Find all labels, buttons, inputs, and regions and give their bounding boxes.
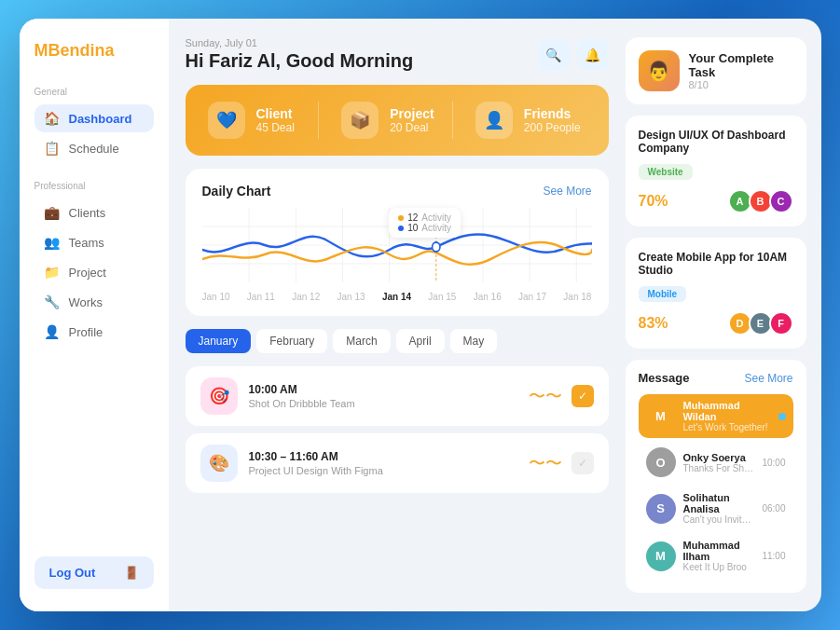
logout-button[interactable]: Log Out 🚪 bbox=[34, 556, 154, 589]
project-value: 20 Deal bbox=[390, 121, 434, 134]
sidebar: MBendina General 🏠 Dashboard 📋 Schedule … bbox=[20, 19, 169, 611]
schedule-icon-figma: 🎨 bbox=[200, 445, 238, 482]
schedule-actions-1: 〜〜 ✓ bbox=[529, 452, 594, 474]
task-progress-row-1: 83% D E F bbox=[639, 311, 793, 336]
sidebar-item-project-label: Project bbox=[69, 266, 106, 280]
works-icon: 🔧 bbox=[44, 294, 60, 309]
client-value: 45 Deal bbox=[256, 121, 295, 134]
logout-label: Log Out bbox=[49, 566, 96, 580]
task-header-card: 👨 Your Complete Task 8/10 bbox=[626, 37, 806, 104]
month-tabs: January February March April May bbox=[186, 329, 609, 353]
task-tag-0: Website bbox=[639, 164, 693, 180]
clients-icon: 💼 bbox=[44, 205, 60, 220]
project-icon: 📁 bbox=[44, 265, 60, 280]
chart-label-8: Jan 18 bbox=[563, 292, 591, 302]
tooltip-activity1-label: Activity bbox=[421, 212, 451, 223]
stat-friends: 👤 Friends 200 People bbox=[452, 102, 586, 139]
msg-time-3: 11:00 bbox=[762, 551, 785, 561]
sidebar-item-teams[interactable]: 👥 Teams bbox=[34, 228, 154, 256]
msg-name-3: Muhammad Ilham bbox=[683, 540, 755, 562]
month-tab-march[interactable]: March bbox=[333, 329, 390, 353]
chart-label-0: Jan 10 bbox=[202, 292, 230, 302]
msg-preview-0: Let's Work Together! bbox=[683, 422, 771, 432]
sidebar-item-clients[interactable]: 💼 Clients bbox=[34, 199, 154, 226]
check-button-0[interactable]: ✓ bbox=[571, 385, 594, 407]
header-greeting: Hi Fariz Al, Good Morning bbox=[186, 50, 414, 72]
sidebar-item-dashboard[interactable]: 🏠 Dashboard bbox=[34, 104, 154, 132]
msg-name-0: Muhammad Wildan bbox=[683, 400, 771, 422]
month-tab-february[interactable]: February bbox=[256, 329, 327, 353]
chart-see-more[interactable]: See More bbox=[543, 185, 591, 198]
chart-labels: Jan 10 Jan 11 Jan 12 Jan 13 Jan 14 Jan 1… bbox=[202, 292, 592, 302]
chart-label-4: Jan 14 bbox=[382, 292, 411, 302]
chart-label-1: Jan 11 bbox=[247, 292, 275, 302]
msg-avatar-0: M bbox=[646, 402, 676, 431]
main-content: Sunday, July 01 Hi Fariz Al, Good Mornin… bbox=[169, 19, 626, 611]
task-progress-row-0: 70% A B C bbox=[639, 189, 793, 213]
notification-button[interactable]: 🔔 bbox=[577, 39, 609, 71]
sidebar-item-profile-label: Profile bbox=[69, 325, 103, 339]
msg-info-2: Solihatun Analisa Can't you Invite on fi… bbox=[683, 492, 755, 525]
schedule-info-1: 10:30 – 11:60 AM Project UI Design With … bbox=[249, 450, 517, 476]
month-tab-may[interactable]: May bbox=[450, 329, 498, 353]
stat-client: 💙 Client 45 Deal bbox=[208, 102, 319, 139]
sidebar-item-dashboard-label: Dashboard bbox=[69, 112, 132, 126]
msg-preview-3: Keet It Up Broo bbox=[683, 562, 755, 572]
profile-icon: 👤 bbox=[44, 324, 60, 339]
msg-info-0: Muhammad Wildan Let's Work Together! bbox=[683, 400, 771, 432]
stats-banner: 💙 Client 45 Deal 📦 Project 20 Deal 👤 Fri… bbox=[186, 85, 609, 156]
general-section-label: General bbox=[34, 87, 154, 97]
check-button-1[interactable]: ✓ bbox=[571, 452, 594, 474]
msg-name-1: Onky Soerya bbox=[683, 452, 755, 463]
search-icon: 🔍 bbox=[545, 48, 561, 62]
task-header-info: Your Complete Task 8/10 bbox=[689, 51, 793, 90]
search-button[interactable]: 🔍 bbox=[538, 39, 570, 71]
month-tab-january[interactable]: January bbox=[186, 329, 252, 353]
task-tag-1: Mobile bbox=[639, 286, 687, 302]
message-item-1[interactable]: O Onky Soerya Thanks For Sharing 10:00 bbox=[639, 442, 793, 483]
msg-avatar-1: O bbox=[646, 447, 676, 477]
sidebar-item-works[interactable]: 🔧 Works bbox=[34, 288, 154, 316]
message-item-2[interactable]: S Solihatun Analisa Can't you Invite on … bbox=[639, 486, 793, 530]
user-avatar: 👨 bbox=[639, 50, 680, 91]
bell-icon: 🔔 bbox=[585, 48, 600, 62]
home-icon: 🏠 bbox=[44, 111, 60, 126]
sidebar-item-schedule-label: Schedule bbox=[69, 142, 119, 156]
msg-info-1: Onky Soerya Thanks For Sharing bbox=[683, 452, 755, 473]
project-label: Project bbox=[390, 106, 434, 121]
sidebar-item-schedule[interactable]: 📋 Schedule bbox=[34, 134, 154, 162]
logout-icon: 🚪 bbox=[124, 566, 139, 580]
sidebar-item-clients-label: Clients bbox=[69, 206, 106, 220]
message-item-3[interactable]: M Muhammad Ilham Keet It Up Broo 11:00 bbox=[639, 534, 793, 578]
schedule-actions-0: 〜〜 ✓ bbox=[529, 385, 594, 407]
message-see-more[interactable]: See More bbox=[744, 372, 792, 385]
chart-label-5: Jan 15 bbox=[428, 292, 456, 302]
msg-avatar-3: M bbox=[646, 541, 676, 571]
month-tab-april[interactable]: April bbox=[396, 329, 445, 353]
client-label: Client bbox=[256, 106, 295, 121]
logo-suffix: endina bbox=[61, 41, 115, 60]
header-date: Sunday, July 01 bbox=[186, 37, 414, 48]
friends-label: Friends bbox=[524, 106, 581, 121]
wave-icon-0: 〜〜 bbox=[529, 385, 562, 407]
tooltip-activity2-label: Activity bbox=[421, 223, 451, 233]
task-count: 8/10 bbox=[689, 79, 793, 90]
message-item-0[interactable]: M Muhammad Wildan Let's Work Together! bbox=[639, 394, 793, 438]
sidebar-item-profile[interactable]: 👤 Profile bbox=[34, 318, 154, 346]
task-avatars-1: D E F bbox=[732, 311, 793, 336]
tooltip-activity1-count: 12 bbox=[407, 212, 418, 223]
msg-preview-1: Thanks For Sharing bbox=[683, 463, 755, 473]
chart-section: Daily Chart See More 12 Activity 10 Acti… bbox=[186, 169, 609, 316]
chart-area: 12 Activity 10 Activity bbox=[202, 208, 592, 301]
message-header: Message See More bbox=[639, 371, 793, 385]
task-avatars-0: A B C bbox=[732, 189, 793, 213]
sidebar-item-project[interactable]: 📁 Project bbox=[34, 258, 154, 286]
friends-stat-icon: 👤 bbox=[475, 102, 513, 139]
message-section: Message See More M Muhammad Wildan Let's… bbox=[626, 360, 806, 593]
wave-icon-1: 〜〜 bbox=[529, 452, 562, 474]
schedule-time-0: 10:00 AM bbox=[249, 383, 517, 396]
schedule-name-0: Shot On Dribbble Team bbox=[249, 398, 517, 409]
logo-prefix: MB bbox=[34, 41, 61, 60]
header: Sunday, July 01 Hi Fariz Al, Good Mornin… bbox=[186, 37, 609, 72]
friends-value: 200 People bbox=[524, 121, 581, 134]
